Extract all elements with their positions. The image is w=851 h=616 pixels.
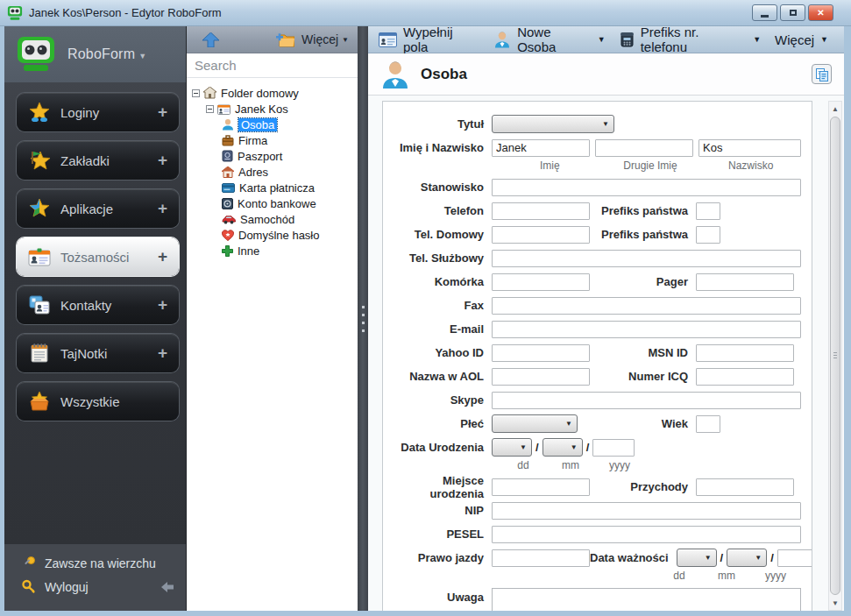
dd-sublabel: dd — [656, 570, 703, 582]
yyyy-sublabel: yyyy — [594, 459, 645, 471]
yahoo-id-input[interactable] — [492, 344, 590, 362]
phone-prefix-button[interactable]: Prefiks nr. telefonu ▼ — [616, 26, 764, 54]
scrollbar-thumb[interactable] — [830, 117, 840, 595]
form-scrollbar[interactable]: ▲ ▼ — [828, 101, 842, 611]
nip-input[interactable] — [492, 502, 801, 520]
chevron-down-icon: ▼ — [138, 52, 146, 60]
middle-name-input[interactable] — [595, 139, 693, 157]
add-icon[interactable]: + — [158, 199, 167, 218]
tree-toolbar: Więcej▼ — [187, 26, 358, 53]
driver-license-input[interactable] — [492, 549, 590, 567]
income-input[interactable] — [696, 478, 794, 496]
tree-item-karta-platnicza[interactable]: Karta płatnicza — [192, 180, 354, 195]
briefcase-icon — [222, 135, 234, 146]
main-more-button[interactable]: Więcej ▼ — [771, 32, 832, 47]
sidebar-item-aplikacje[interactable]: Aplikacje + — [17, 189, 179, 228]
maximize-button[interactable] — [780, 4, 805, 21]
collapse-expander-icon[interactable] — [192, 89, 200, 97]
title-select[interactable]: ▼ — [492, 115, 614, 133]
tree-item-inne[interactable]: Inne — [192, 243, 354, 258]
mobile-input[interactable] — [492, 273, 590, 291]
id-card-icon — [217, 103, 230, 115]
last-name-input[interactable] — [699, 139, 801, 157]
add-icon[interactable]: + — [158, 247, 167, 266]
tree-item-paszport[interactable]: Paszport — [192, 148, 354, 164]
email-input[interactable] — [492, 321, 801, 338]
tree-more-button[interactable]: Więcej▼ — [301, 32, 349, 46]
sidebar-item-wszystkie[interactable]: Wszystkie — [17, 382, 179, 421]
chevron-down-icon: ▼ — [753, 35, 761, 44]
panel-splitter[interactable] — [358, 26, 368, 611]
tree-item-adres[interactable]: Adres — [192, 164, 354, 180]
add-icon[interactable]: + — [158, 295, 167, 315]
sidebar-item-zakladki[interactable]: Zakładki + — [17, 141, 179, 180]
collapse-arrow-icon[interactable] — [161, 582, 174, 592]
birth-day-select[interactable]: ▼ — [492, 438, 532, 457]
sidebar-item-loginy[interactable]: Loginy + — [17, 93, 179, 131]
aol-name-input[interactable] — [492, 368, 590, 386]
add-icon[interactable]: + — [158, 151, 167, 170]
gender-select[interactable]: ▼ — [492, 414, 578, 433]
main-panel: Wypełnij pola Nowe Osoba ▼ Prefiks nr. t… — [368, 26, 844, 611]
close-button[interactable]: ✕ — [808, 4, 833, 21]
scroll-up-icon[interactable]: ▲ — [829, 102, 841, 116]
tree-item-domyslne-haslo[interactable]: Domyślne hasło — [192, 227, 354, 243]
birth-year-input[interactable] — [592, 439, 635, 457]
fill-fields-button[interactable]: Wypełnij pola — [375, 26, 483, 54]
tree-item-konto-bankowe[interactable]: Konto bankowe — [192, 195, 354, 211]
car-icon — [222, 215, 236, 224]
tree-item-samochod[interactable]: Samochód — [192, 211, 354, 227]
fax-input[interactable] — [492, 297, 801, 315]
home-phone-country-prefix-input[interactable] — [696, 226, 720, 244]
expiry-year-input[interactable] — [777, 549, 812, 567]
tree-item-firma[interactable]: Firma — [192, 132, 354, 148]
always-on-top-button[interactable]: Zawsze na wierzchu — [22, 551, 174, 575]
collapse-expander-icon[interactable] — [206, 105, 214, 113]
star-color-icon — [28, 198, 51, 219]
star-flag-icon — [28, 150, 51, 171]
birth-place-input[interactable] — [492, 478, 590, 496]
skype-input[interactable] — [492, 392, 801, 409]
minimize-button[interactable] — [752, 4, 777, 21]
home-phone-input[interactable] — [492, 226, 590, 244]
expiry-month-select[interactable]: ▼ — [727, 549, 767, 567]
expiry-day-select[interactable]: ▼ — [677, 549, 717, 567]
tree-item-osoba[interactable]: Osoba — [192, 117, 354, 132]
add-icon[interactable]: + — [158, 103, 167, 122]
age-input[interactable] — [696, 415, 720, 433]
phone-input[interactable] — [492, 202, 590, 220]
scroll-down-icon[interactable]: ▼ — [829, 596, 841, 610]
page-title: Osoba — [421, 66, 812, 83]
position-input[interactable] — [492, 179, 801, 196]
person-icon — [222, 118, 234, 131]
mm-sublabel: mm — [703, 570, 750, 582]
logout-button[interactable]: Wyloguj — [22, 575, 174, 598]
add-icon[interactable]: + — [158, 343, 167, 363]
chevron-down-icon: ▼ — [342, 36, 349, 44]
tree-root-folder[interactable]: Folder domowy — [192, 85, 354, 101]
pesel-input[interactable] — [492, 526, 801, 543]
sidebar-item-kontakty[interactable]: Kontakty + — [17, 286, 179, 324]
pager-input[interactable] — [696, 273, 794, 291]
chevron-down-icon: ▼ — [602, 120, 609, 128]
new-folder-icon[interactable] — [275, 32, 294, 47]
sidebar-nav: Loginy + Zakładki + Aplikacje + — [4, 82, 186, 544]
sidebar-item-tajnotki[interactable]: TajNotki + — [17, 334, 179, 372]
brand-label[interactable]: RoboForm▼ — [67, 46, 146, 62]
work-phone-input[interactable] — [492, 250, 801, 267]
birth-month-select[interactable]: ▼ — [543, 438, 583, 457]
search-input[interactable] — [195, 58, 369, 73]
dd-sublabel: dd — [500, 459, 547, 471]
note-textarea[interactable] — [492, 588, 801, 611]
tree-identity[interactable]: Janek Kos — [192, 101, 354, 117]
roboform-window-icon — [7, 5, 23, 21]
icq-number-input[interactable] — [696, 368, 794, 386]
up-arrow-icon[interactable] — [202, 32, 219, 47]
phone-country-prefix-input[interactable] — [696, 202, 720, 220]
new-person-button[interactable]: Nowe Osoba ▼ — [490, 26, 608, 54]
msn-id-input[interactable] — [696, 344, 794, 362]
house-icon — [222, 166, 234, 178]
first-name-input[interactable] — [492, 139, 590, 157]
sidebar-item-tozsamosci[interactable]: Tożsamości + — [17, 237, 179, 276]
copy-button[interactable] — [812, 64, 832, 84]
